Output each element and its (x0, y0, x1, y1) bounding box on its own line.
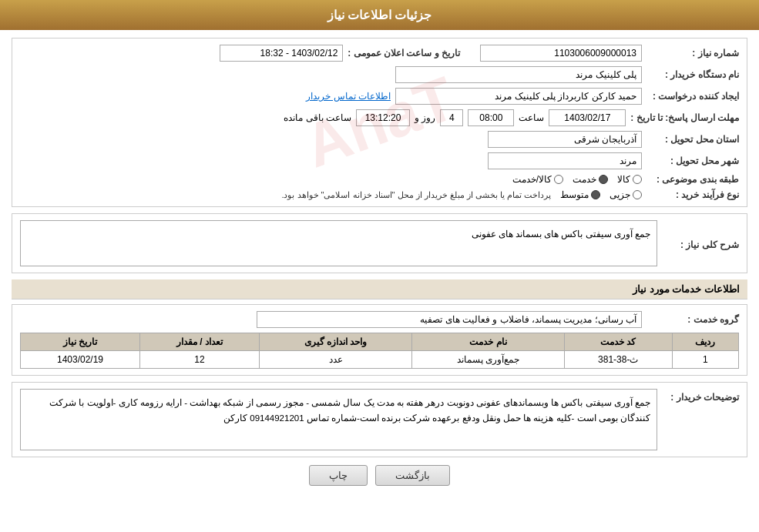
radio-motovasset-circle (591, 190, 600, 199)
radio-kala-khedmat-label: کالا/خدمت (512, 174, 552, 185)
row-farayand: نوع فرآیند خرید : جزیی متوسط پرداخت تمام… (20, 189, 739, 200)
grouh-value: آب رسانی؛ مدیریت پسماند، فاضلاب و فعالیت… (257, 311, 642, 328)
row-shahr: شهر محل تحویل : مرند (20, 152, 739, 169)
th-tedad: تعداد / مقدار (140, 333, 260, 351)
shahr-value: مرند (488, 152, 642, 169)
namdastgah-value: پلی کلینیک مرند (395, 66, 642, 83)
row-ijadkonande: ایجاد کننده درخواست : حمید کارکن کاربردا… (20, 88, 739, 105)
row-shomara-tarikh: شماره نیاز : 1103006009000013 تاریخ و سا… (20, 45, 739, 62)
tozi-section: توضیحات خریدار : جمع آوری سیفتی باکس ها … (12, 382, 747, 457)
radio-kala-khedmat: کالا/خدمت (512, 174, 563, 185)
ijadkonande-value: حمید کارکن کاربرداز پلی کلینیک مرند (395, 88, 642, 105)
row-namdastgah: نام دستگاه خریدار : پلی کلینیک مرند (20, 66, 739, 83)
shomara-value: 1103006009000013 (480, 45, 642, 62)
sharh-label: شرح کلی نیاز : (662, 239, 739, 250)
services-table-container: ردیف کد خدمت نام خدمت واحد اندازه گیری ت… (20, 333, 739, 369)
tabaqe-label: طبقه بندی موضوعی : (646, 174, 739, 185)
tabaqe-radio-group: کالا خدمت کالا/خدمت (512, 174, 642, 185)
row-tozi: توضیحات خریدار : جمع آوری سیفتی باکس ها … (20, 389, 739, 450)
tozi-value: جمع آوری سیفتی باکس ها وبسماندهای عفونی … (20, 389, 657, 450)
grouh-label: گروه خدمت : (646, 314, 739, 325)
tarikh-value: 1403/02/12 - 18:32 (220, 45, 343, 62)
grouh-section: گروه خدمت : آب رسانی؛ مدیریت پسماند، فاض… (12, 304, 747, 376)
th-tarikh: تاریخ نیاز (21, 333, 140, 351)
radio-motovasset: متوسط (560, 189, 600, 200)
sharh-section: شرح کلی نیاز : جمع آوری سیفتی باکس های ب… (12, 213, 747, 273)
row-sharh: شرح کلی نیاز : جمع آوری سیفتی باکس های ب… (20, 220, 739, 266)
th-name: نام خدمت (412, 333, 565, 351)
row-grouh: گروه خدمت : آب رسانی؛ مدیریت پسماند، فاض… (20, 311, 739, 328)
main-info-section: AnaT شماره نیاز : 1103006009000013 تاریخ… (12, 38, 747, 207)
ettelaat-link[interactable]: اطلاعات تماس خریدار (306, 91, 391, 102)
print-button[interactable]: چاپ (309, 465, 368, 486)
radio-kala: کالا (617, 174, 642, 185)
section2-title: اطلاعات خدمات مورد نیاز (12, 279, 747, 299)
back-button[interactable]: بازگشت (375, 465, 450, 486)
shomara-label: شماره نیاز : (646, 48, 739, 59)
page-header: جزئیات اطلاعات نیاز (0, 0, 759, 30)
row-mohlat: مهلت ارسال پاسخ: تا تاریخ : 1403/02/17 س… (20, 109, 739, 126)
radio-kala-circle (633, 175, 642, 184)
mohlat-label: مهلت ارسال پاسخ: تا تاریخ : (630, 112, 739, 123)
shahr-label: شهر محل تحویل : (646, 156, 739, 166)
ijadkonande-label: ایجاد کننده درخواست : (646, 91, 739, 102)
mohlat-remaining: 13:12:20 (356, 109, 410, 126)
radio-khedmat-circle (599, 175, 608, 184)
ostan-value: آذربایجان شرقی (488, 131, 642, 148)
sharh-value: جمع آوری سیفتی باکس های بسماند های عفونی (20, 220, 657, 266)
saat-label: ساعت (519, 112, 544, 123)
radio-kala-label: کالا (617, 174, 630, 185)
th-radif: ردیف (672, 333, 738, 351)
th-vahad: واحد اندازه گیری (259, 333, 411, 351)
radio-khedmat-label: خدمت (573, 174, 596, 185)
button-row: بازگشت چاپ (12, 465, 747, 494)
table-row: 1ث-38-381جمع‌آوری پسماندعدد121403/02/19 (21, 351, 739, 369)
mohlat-time: 08:00 (468, 109, 514, 126)
farayand-label: نوع فرآیند خرید : (646, 189, 739, 200)
farayand-radio-group: جزیی متوسط پرداخت تمام یا بخشی از مبلغ خ… (281, 189, 642, 200)
row-tabaqe: طبقه بندی موضوعی : کالا خدمت کالا/خدمت (20, 174, 739, 185)
services-table: ردیف کد خدمت نام خدمت واحد اندازه گیری ت… (20, 333, 739, 369)
radio-jozi-circle (633, 190, 642, 199)
header-title: جزئیات اطلاعات نیاز (327, 8, 432, 22)
roz-label: روز و (415, 112, 435, 123)
mohlat-date: 1403/02/17 (549, 109, 626, 126)
radio-jozi-label: جزیی (610, 189, 630, 200)
row-ostan: استان محل تحویل : آذربایجان شرقی (20, 131, 739, 148)
radio-khedmat: خدمت (573, 174, 608, 185)
ostan-label: استان محل تحویل : (646, 134, 739, 145)
radio-jozi: جزیی (610, 189, 642, 200)
radio-kala-khedmat-circle (554, 175, 563, 184)
tarikh-label: تاریخ و ساعت اعلان عمومی : (348, 48, 460, 59)
farayand-text: پرداخت تمام یا بخشی از مبلغ خریدار از مح… (281, 190, 551, 200)
th-kod: کد خدمت (565, 333, 673, 351)
mohlat-days: 4 (440, 109, 463, 126)
namdastgah-label: نام دستگاه خریدار : (646, 69, 739, 80)
tozi-label: توضیحات خریدار : (662, 392, 739, 403)
radio-motovasset-label: متوسط (560, 189, 589, 200)
baqi-label: ساعت باقی مانده (284, 112, 351, 123)
